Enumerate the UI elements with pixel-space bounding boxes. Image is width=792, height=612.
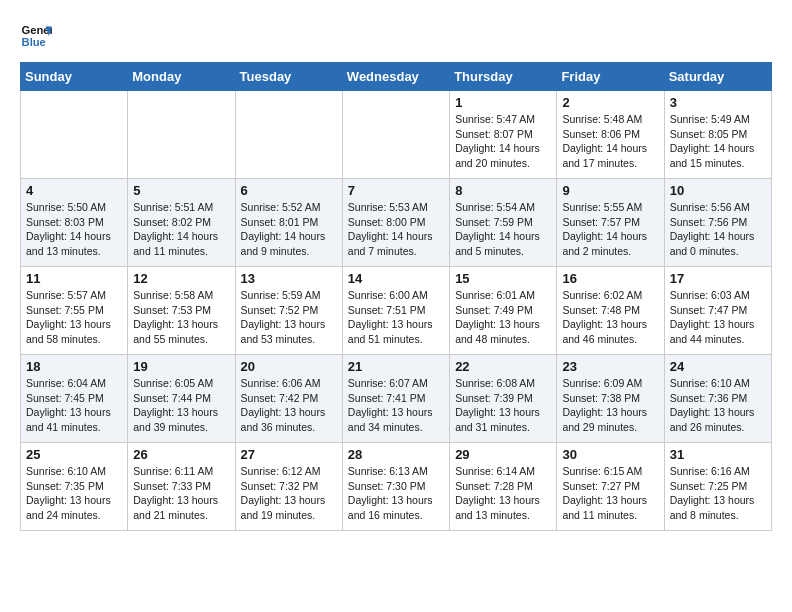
- calendar-cell: 11Sunrise: 5:57 AM Sunset: 7:55 PM Dayli…: [21, 267, 128, 355]
- day-number: 6: [241, 183, 337, 198]
- day-number: 20: [241, 359, 337, 374]
- day-number: 31: [670, 447, 766, 462]
- day-number: 29: [455, 447, 551, 462]
- day-number: 18: [26, 359, 122, 374]
- day-content: Sunrise: 6:08 AM Sunset: 7:39 PM Dayligh…: [455, 376, 551, 435]
- day-number: 3: [670, 95, 766, 110]
- day-number: 16: [562, 271, 658, 286]
- day-content: Sunrise: 6:04 AM Sunset: 7:45 PM Dayligh…: [26, 376, 122, 435]
- day-content: Sunrise: 6:09 AM Sunset: 7:38 PM Dayligh…: [562, 376, 658, 435]
- calendar-cell: 20Sunrise: 6:06 AM Sunset: 7:42 PM Dayli…: [235, 355, 342, 443]
- calendar-cell: 27Sunrise: 6:12 AM Sunset: 7:32 PM Dayli…: [235, 443, 342, 531]
- col-header-friday: Friday: [557, 63, 664, 91]
- calendar-week-1: 1Sunrise: 5:47 AM Sunset: 8:07 PM Daylig…: [21, 91, 772, 179]
- calendar-cell: 2Sunrise: 5:48 AM Sunset: 8:06 PM Daylig…: [557, 91, 664, 179]
- day-content: Sunrise: 6:01 AM Sunset: 7:49 PM Dayligh…: [455, 288, 551, 347]
- logo: General Blue: [20, 20, 56, 52]
- day-number: 12: [133, 271, 229, 286]
- svg-text:Blue: Blue: [22, 36, 46, 48]
- calendar-cell: 4Sunrise: 5:50 AM Sunset: 8:03 PM Daylig…: [21, 179, 128, 267]
- day-content: Sunrise: 6:15 AM Sunset: 7:27 PM Dayligh…: [562, 464, 658, 523]
- day-content: Sunrise: 5:55 AM Sunset: 7:57 PM Dayligh…: [562, 200, 658, 259]
- day-content: Sunrise: 5:48 AM Sunset: 8:06 PM Dayligh…: [562, 112, 658, 171]
- day-number: 23: [562, 359, 658, 374]
- day-content: Sunrise: 6:00 AM Sunset: 7:51 PM Dayligh…: [348, 288, 444, 347]
- col-header-tuesday: Tuesday: [235, 63, 342, 91]
- day-number: 7: [348, 183, 444, 198]
- calendar-cell: 15Sunrise: 6:01 AM Sunset: 7:49 PM Dayli…: [450, 267, 557, 355]
- calendar-cell: 7Sunrise: 5:53 AM Sunset: 8:00 PM Daylig…: [342, 179, 449, 267]
- calendar-cell: 23Sunrise: 6:09 AM Sunset: 7:38 PM Dayli…: [557, 355, 664, 443]
- day-content: Sunrise: 6:07 AM Sunset: 7:41 PM Dayligh…: [348, 376, 444, 435]
- day-content: Sunrise: 5:54 AM Sunset: 7:59 PM Dayligh…: [455, 200, 551, 259]
- day-content: Sunrise: 6:02 AM Sunset: 7:48 PM Dayligh…: [562, 288, 658, 347]
- day-content: Sunrise: 6:12 AM Sunset: 7:32 PM Dayligh…: [241, 464, 337, 523]
- calendar-week-5: 25Sunrise: 6:10 AM Sunset: 7:35 PM Dayli…: [21, 443, 772, 531]
- calendar-cell: 12Sunrise: 5:58 AM Sunset: 7:53 PM Dayli…: [128, 267, 235, 355]
- day-number: 24: [670, 359, 766, 374]
- day-number: 22: [455, 359, 551, 374]
- day-number: 10: [670, 183, 766, 198]
- calendar-week-3: 11Sunrise: 5:57 AM Sunset: 7:55 PM Dayli…: [21, 267, 772, 355]
- calendar-cell: 9Sunrise: 5:55 AM Sunset: 7:57 PM Daylig…: [557, 179, 664, 267]
- day-content: Sunrise: 5:56 AM Sunset: 7:56 PM Dayligh…: [670, 200, 766, 259]
- day-content: Sunrise: 5:47 AM Sunset: 8:07 PM Dayligh…: [455, 112, 551, 171]
- day-number: 19: [133, 359, 229, 374]
- calendar-cell: 19Sunrise: 6:05 AM Sunset: 7:44 PM Dayli…: [128, 355, 235, 443]
- day-content: Sunrise: 5:58 AM Sunset: 7:53 PM Dayligh…: [133, 288, 229, 347]
- calendar-cell: 28Sunrise: 6:13 AM Sunset: 7:30 PM Dayli…: [342, 443, 449, 531]
- calendar-week-4: 18Sunrise: 6:04 AM Sunset: 7:45 PM Dayli…: [21, 355, 772, 443]
- day-number: 8: [455, 183, 551, 198]
- day-content: Sunrise: 6:14 AM Sunset: 7:28 PM Dayligh…: [455, 464, 551, 523]
- day-number: 1: [455, 95, 551, 110]
- logo-icon: General Blue: [20, 20, 52, 52]
- col-header-wednesday: Wednesday: [342, 63, 449, 91]
- calendar-cell: 25Sunrise: 6:10 AM Sunset: 7:35 PM Dayli…: [21, 443, 128, 531]
- col-header-saturday: Saturday: [664, 63, 771, 91]
- day-content: Sunrise: 6:03 AM Sunset: 7:47 PM Dayligh…: [670, 288, 766, 347]
- day-content: Sunrise: 6:13 AM Sunset: 7:30 PM Dayligh…: [348, 464, 444, 523]
- day-content: Sunrise: 5:49 AM Sunset: 8:05 PM Dayligh…: [670, 112, 766, 171]
- calendar-cell: 10Sunrise: 5:56 AM Sunset: 7:56 PM Dayli…: [664, 179, 771, 267]
- col-header-sunday: Sunday: [21, 63, 128, 91]
- day-number: 21: [348, 359, 444, 374]
- calendar-cell: 3Sunrise: 5:49 AM Sunset: 8:05 PM Daylig…: [664, 91, 771, 179]
- calendar-cell: 5Sunrise: 5:51 AM Sunset: 8:02 PM Daylig…: [128, 179, 235, 267]
- day-content: Sunrise: 5:52 AM Sunset: 8:01 PM Dayligh…: [241, 200, 337, 259]
- day-number: 27: [241, 447, 337, 462]
- calendar-cell: 22Sunrise: 6:08 AM Sunset: 7:39 PM Dayli…: [450, 355, 557, 443]
- calendar-header-row: SundayMondayTuesdayWednesdayThursdayFrid…: [21, 63, 772, 91]
- calendar-cell: 8Sunrise: 5:54 AM Sunset: 7:59 PM Daylig…: [450, 179, 557, 267]
- day-number: 5: [133, 183, 229, 198]
- calendar-cell: 17Sunrise: 6:03 AM Sunset: 7:47 PM Dayli…: [664, 267, 771, 355]
- day-content: Sunrise: 6:16 AM Sunset: 7:25 PM Dayligh…: [670, 464, 766, 523]
- day-number: 14: [348, 271, 444, 286]
- calendar-cell: [21, 91, 128, 179]
- calendar-cell: 13Sunrise: 5:59 AM Sunset: 7:52 PM Dayli…: [235, 267, 342, 355]
- day-content: Sunrise: 6:10 AM Sunset: 7:35 PM Dayligh…: [26, 464, 122, 523]
- calendar-cell: [128, 91, 235, 179]
- calendar-cell: 30Sunrise: 6:15 AM Sunset: 7:27 PM Dayli…: [557, 443, 664, 531]
- calendar-cell: 6Sunrise: 5:52 AM Sunset: 8:01 PM Daylig…: [235, 179, 342, 267]
- calendar-cell: 31Sunrise: 6:16 AM Sunset: 7:25 PM Dayli…: [664, 443, 771, 531]
- day-number: 13: [241, 271, 337, 286]
- day-content: Sunrise: 6:11 AM Sunset: 7:33 PM Dayligh…: [133, 464, 229, 523]
- calendar-cell: 1Sunrise: 5:47 AM Sunset: 8:07 PM Daylig…: [450, 91, 557, 179]
- day-number: 17: [670, 271, 766, 286]
- col-header-monday: Monday: [128, 63, 235, 91]
- day-content: Sunrise: 6:06 AM Sunset: 7:42 PM Dayligh…: [241, 376, 337, 435]
- day-number: 4: [26, 183, 122, 198]
- day-content: Sunrise: 5:51 AM Sunset: 8:02 PM Dayligh…: [133, 200, 229, 259]
- day-number: 25: [26, 447, 122, 462]
- day-number: 15: [455, 271, 551, 286]
- calendar-week-2: 4Sunrise: 5:50 AM Sunset: 8:03 PM Daylig…: [21, 179, 772, 267]
- day-content: Sunrise: 6:10 AM Sunset: 7:36 PM Dayligh…: [670, 376, 766, 435]
- calendar-cell: [235, 91, 342, 179]
- day-content: Sunrise: 6:05 AM Sunset: 7:44 PM Dayligh…: [133, 376, 229, 435]
- day-number: 28: [348, 447, 444, 462]
- calendar-cell: 24Sunrise: 6:10 AM Sunset: 7:36 PM Dayli…: [664, 355, 771, 443]
- calendar-cell: 18Sunrise: 6:04 AM Sunset: 7:45 PM Dayli…: [21, 355, 128, 443]
- day-number: 30: [562, 447, 658, 462]
- day-number: 2: [562, 95, 658, 110]
- day-number: 11: [26, 271, 122, 286]
